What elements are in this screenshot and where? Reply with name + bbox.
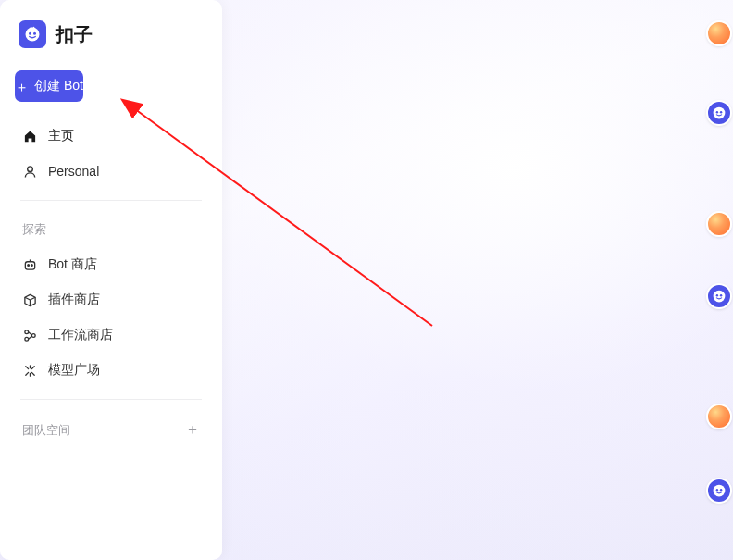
team-space-title: 团队空间 bbox=[22, 422, 70, 439]
svg-point-10 bbox=[24, 337, 28, 341]
nav-personal[interactable]: Personal bbox=[15, 154, 207, 189]
sparkle-icon bbox=[22, 363, 37, 378]
avatar[interactable] bbox=[706, 100, 732, 126]
plus-icon: ＋ bbox=[15, 80, 29, 93]
svg-point-2 bbox=[33, 32, 36, 35]
svg-point-11 bbox=[714, 107, 726, 119]
svg-point-8 bbox=[24, 330, 28, 333]
svg-point-9 bbox=[31, 333, 35, 337]
brand-logo-icon bbox=[19, 20, 46, 48]
home-icon bbox=[22, 129, 37, 143]
svg-point-6 bbox=[31, 264, 32, 266]
team-space-header: 团队空间 ＋ bbox=[0, 411, 222, 449]
svg-point-13 bbox=[720, 111, 722, 113]
avatar[interactable] bbox=[706, 283, 732, 309]
nav-home[interactable]: 主页 bbox=[15, 118, 207, 154]
avatar[interactable] bbox=[706, 20, 732, 46]
create-bot-label: 创建 Bot bbox=[34, 78, 83, 94]
svg-point-18 bbox=[716, 489, 718, 491]
svg-point-5 bbox=[27, 264, 29, 266]
svg-point-17 bbox=[714, 485, 726, 497]
sidebar: 扣子 ＋ 创建 Bot 主页 Personal 探索 Bot 商店 bbox=[0, 0, 222, 560]
nav-bot-store-label: Bot 商店 bbox=[48, 256, 97, 273]
person-icon bbox=[22, 164, 37, 179]
avatar[interactable] bbox=[706, 404, 732, 429]
explore-nav: Bot 商店 插件商店 工作流商店 模型广场 bbox=[0, 247, 222, 388]
svg-point-12 bbox=[716, 111, 718, 113]
bot-icon bbox=[22, 257, 37, 272]
explore-section-header: 探索 bbox=[0, 212, 222, 247]
nav-workflow-store-label: 工作流商店 bbox=[48, 327, 113, 343]
nav-model-square-label: 模型广场 bbox=[48, 362, 100, 379]
brand-title: 扣子 bbox=[56, 22, 93, 47]
workflow-icon bbox=[22, 328, 37, 342]
primary-nav: 主页 Personal bbox=[0, 118, 222, 189]
avatar[interactable] bbox=[706, 211, 732, 237]
svg-point-19 bbox=[720, 489, 722, 491]
divider bbox=[20, 399, 202, 400]
divider bbox=[20, 200, 202, 201]
svg-point-16 bbox=[720, 294, 722, 296]
nav-model-square[interactable]: 模型广场 bbox=[15, 353, 207, 388]
explore-title: 探索 bbox=[22, 221, 46, 238]
svg-point-1 bbox=[29, 32, 31, 35]
nav-workflow-store[interactable]: 工作流商店 bbox=[15, 317, 207, 353]
svg-rect-4 bbox=[25, 261, 34, 268]
svg-point-14 bbox=[714, 291, 726, 303]
brand-header: 扣子 bbox=[0, 17, 222, 70]
svg-point-3 bbox=[27, 166, 32, 171]
create-bot-button[interactable]: ＋ 创建 Bot bbox=[15, 70, 83, 102]
svg-point-15 bbox=[716, 294, 718, 296]
nav-bot-store[interactable]: Bot 商店 bbox=[15, 247, 207, 282]
cube-icon bbox=[22, 292, 37, 307]
add-team-space-icon[interactable]: ＋ bbox=[185, 420, 200, 440]
avatar[interactable] bbox=[706, 478, 732, 504]
nav-personal-label: Personal bbox=[48, 164, 99, 179]
nav-plugin-store[interactable]: 插件商店 bbox=[15, 282, 207, 317]
right-avatar-rail bbox=[703, 0, 733, 560]
nav-plugin-store-label: 插件商店 bbox=[48, 292, 100, 308]
nav-home-label: 主页 bbox=[48, 128, 74, 144]
